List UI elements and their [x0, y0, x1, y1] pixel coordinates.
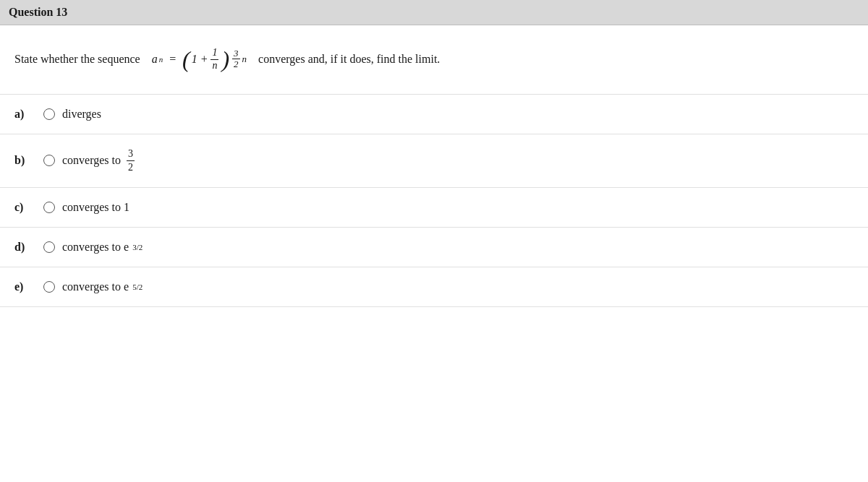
- option-c-text: converges to 1: [62, 201, 129, 214]
- option-content-d: converges to e3/2: [62, 241, 142, 254]
- fraction-1-over-n: 1 n: [210, 47, 218, 72]
- question-text: State whether the sequence an = ( 1 + 1 …: [14, 40, 854, 87]
- variable-subscript: n: [159, 55, 163, 64]
- open-paren: (: [182, 50, 190, 69]
- option-row-b: b) converges to 3 2: [0, 134, 868, 188]
- exponent-fraction: 3 2: [232, 48, 240, 70]
- fraction-3-over-2: 3 2: [127, 147, 135, 174]
- formula-term1: 1 +: [192, 53, 208, 66]
- question-prefix: State whether the sequence: [14, 53, 140, 66]
- option-label-c: c): [14, 201, 36, 214]
- variable-a: a: [152, 53, 158, 66]
- option-label-b: b): [14, 154, 36, 167]
- formula-container: an = ( 1 + 1 n ) 3 2 n: [152, 47, 247, 72]
- option-a-text: diverges: [62, 108, 101, 121]
- option-label-a: a): [14, 108, 36, 121]
- exponent-num: 3: [232, 48, 240, 59]
- exponent-den: 2: [232, 59, 240, 69]
- option-row-d: d) converges to e3/2: [0, 228, 868, 267]
- option-e-text: converges to e: [62, 280, 129, 293]
- option-row-c: c) converges to 1: [0, 188, 868, 228]
- option-content-b: converges to 3 2: [62, 147, 137, 174]
- radio-a[interactable]: [43, 108, 55, 120]
- radio-d[interactable]: [43, 241, 55, 253]
- radio-c[interactable]: [43, 202, 55, 213]
- option-row-e: e) converges to e5/2: [0, 267, 868, 307]
- equals-sign: =: [169, 53, 176, 66]
- close-paren: ): [221, 50, 229, 69]
- exponent-var: n: [242, 53, 247, 65]
- fraction-b-numerator: 3: [127, 147, 135, 161]
- question-suffix: converges and, if it does, find the limi…: [258, 53, 440, 66]
- question-body: State whether the sequence an = ( 1 + 1 …: [0, 25, 868, 95]
- option-content-e: converges to e5/2: [62, 280, 142, 293]
- option-label-d: d): [14, 241, 36, 254]
- question-header: Question 13: [0, 0, 868, 25]
- option-content-a: diverges: [62, 108, 101, 121]
- fraction-b-denominator: 2: [127, 161, 135, 174]
- radio-b[interactable]: [43, 155, 55, 166]
- fraction-denominator: n: [210, 60, 218, 72]
- option-label-e: e): [14, 280, 36, 293]
- fraction-numerator: 1: [210, 47, 218, 60]
- option-row-a: a) diverges: [0, 95, 868, 134]
- options-container: a) diverges b) converges to 3 2 c) conve…: [0, 95, 868, 307]
- option-content-c: converges to 1: [62, 201, 129, 214]
- option-b-text: converges to: [62, 154, 121, 167]
- radio-e[interactable]: [43, 281, 55, 293]
- option-d-text: converges to e: [62, 241, 129, 254]
